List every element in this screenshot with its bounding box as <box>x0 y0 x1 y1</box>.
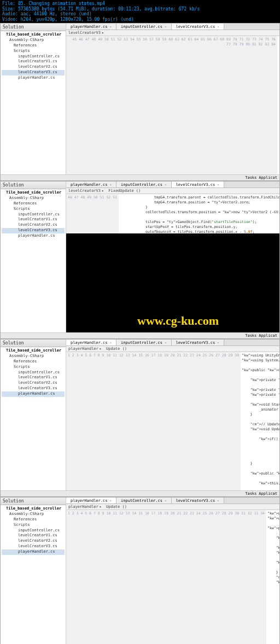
close-icon[interactable]: × <box>109 341 112 344</box>
tab[interactable]: inputController.cs× <box>116 339 171 346</box>
tree-file[interactable]: levelCreatorV1.cs <box>2 375 65 380</box>
breadcrumb[interactable]: levelCreatorV3 ▸ <box>66 30 279 36</box>
tree-project[interactable]: Assembly-CSharp <box>2 196 65 201</box>
tasks-label[interactable]: Tasks <box>245 333 256 338</box>
tree-references[interactable]: References <box>2 201 65 207</box>
code-editor[interactable]: 1 2 3 4 5 6 7 8 9 10 11 12 13 14 15 16 1… <box>66 510 279 644</box>
editor-tabs: playerHandler.cs× inputController.cs× le… <box>66 497 279 504</box>
tab[interactable]: levelCreatorV3.cs× <box>172 339 224 346</box>
tab[interactable]: inputController.cs× <box>116 182 171 188</box>
code-lines[interactable]: tmpG4.transform.parent = collectedTiles.… <box>119 194 279 233</box>
tree-project[interactable]: Assembly-CSharp <box>2 38 65 43</box>
code-editor[interactable]: 45 46 47 48 49 50 51 52 53 54 55 56 57 5… <box>66 36 279 180</box>
app-label[interactable]: Applicat <box>259 175 277 180</box>
tab-active[interactable]: levelCreatorV3.cs× <box>172 24 224 30</box>
editor-area: playerHandler.cs× inputController.cs× le… <box>66 182 279 338</box>
close-icon[interactable]: × <box>109 183 112 186</box>
breadcrumb[interactable]: playerHandler ▸ Update () <box>66 346 279 352</box>
sidebar-title: Solution <box>1 24 66 31</box>
code-editor[interactable]: 1 2 3 4 5 6 7 8 9 10 11 12 13 14 15 16 1… <box>66 352 279 496</box>
tree-references[interactable]: References <box>2 517 65 523</box>
tree-file[interactable]: playerHandler.cs <box>2 75 65 81</box>
tree-file[interactable]: inputController.cs <box>2 528 65 534</box>
solution-tree[interactable]: Tile_based_side_scroller Assembly-CSharp… <box>1 347 66 397</box>
tree-references[interactable]: References <box>2 359 65 365</box>
tree-file[interactable]: inputController.cs <box>2 212 65 218</box>
tree-scripts[interactable]: Scripts <box>2 365 65 370</box>
tree-file[interactable]: levelCreatorV2.cs <box>2 65 65 70</box>
tree-file[interactable]: levelCreatorV2.cs <box>2 538 65 544</box>
tree-file[interactable]: levelCreatorV3.cs <box>2 386 65 391</box>
close-icon[interactable]: × <box>165 25 167 28</box>
tree-project[interactable]: Assembly-CSharp <box>2 512 65 517</box>
code-editor[interactable]: 46 47 48 49 50 51 52 53 tmpG4.transform.… <box>66 194 279 233</box>
app-label[interactable]: Applicat <box>259 333 277 338</box>
close-icon[interactable]: × <box>109 25 112 28</box>
tree-file[interactable]: levelCreatorV3.cs <box>2 544 65 549</box>
close-icon[interactable]: × <box>165 499 167 502</box>
breadcrumb[interactable]: playerHandler ▸ Update () <box>66 504 279 510</box>
editor-tabs: playerHandler.cs× inputController.cs× le… <box>66 182 279 188</box>
breadcrumb[interactable]: levelCreatorV3 ▸ FixedUpdate () <box>66 188 279 194</box>
tree-file-selected[interactable]: playerHandler.cs <box>2 391 65 397</box>
tab[interactable]: playerHandler.cs× <box>66 182 116 188</box>
tree-file-selected[interactable]: levelCreatorV3.cs <box>2 70 65 75</box>
code-lines[interactable]: "kw">using UnityEngine; "kw">using Syste… <box>241 352 279 496</box>
tree-file[interactable]: levelCreatorV2.cs <box>2 223 65 228</box>
close-icon[interactable]: × <box>217 183 219 186</box>
tree-file[interactable]: inputController.cs <box>2 54 65 60</box>
tree-file[interactable]: levelCreatorV2.cs <box>2 380 65 386</box>
close-icon[interactable]: × <box>165 183 167 186</box>
tab-active[interactable]: playerHandler.cs× <box>66 339 116 346</box>
tree-root[interactable]: Tile_based_side_scroller <box>2 32 65 38</box>
code-lines[interactable]: "kw">using UnityEngine; "kw">using Syste… <box>266 510 279 644</box>
close-icon[interactable]: × <box>217 25 219 28</box>
runtime-view[interactable] <box>66 233 279 338</box>
ide-pane-2: www.cg-ku.com Solution Tile_based_side_s… <box>0 181 280 339</box>
tab-active[interactable]: levelCreatorV3.cs× <box>172 182 224 188</box>
tree-file[interactable]: levelCreatorV1.cs <box>2 533 65 538</box>
tree-file[interactable]: levelCreatorV1.cs <box>2 59 65 65</box>
sidebar-title: Solution <box>1 339 66 347</box>
editor-tabs: playerHandler.cs× inputController.cs× le… <box>66 24 279 30</box>
crumb-method: Update () <box>106 505 127 509</box>
solution-sidebar: Solution Tile_based_side_scroller Assemb… <box>1 339 66 496</box>
tasks-label[interactable]: Tasks <box>245 491 256 496</box>
line-gutter: 1 2 3 4 5 6 7 8 9 10 11 12 13 14 15 16 1… <box>66 510 266 644</box>
crumb-class: playerHandler ▸ <box>68 505 102 509</box>
tree-file-selected[interactable]: playerHandler.cs <box>2 549 65 555</box>
close-icon[interactable]: × <box>217 341 219 344</box>
tree-file[interactable]: levelCreatorV1.cs <box>2 217 65 223</box>
solution-tree[interactable]: Tile_based_side_scroller Assembly-CSharp… <box>1 505 66 555</box>
crumb-class: levelCreatorV3 ▸ <box>68 31 104 35</box>
tree-scripts[interactable]: Scripts <box>2 49 65 54</box>
close-icon[interactable]: × <box>109 499 112 502</box>
solution-tree[interactable]: Tile_based_side_scroller Assembly-CSharp… <box>1 189 66 239</box>
app-label[interactable]: Applicat <box>259 491 277 496</box>
tab[interactable]: inputController.cs× <box>116 497 171 504</box>
ide-pane-3: Solution Tile_based_side_scroller Assemb… <box>0 339 280 497</box>
video-metadata: File: 05. Changing animation states.mp4 … <box>0 0 280 23</box>
tree-file[interactable]: playerHandler.cs <box>2 233 65 239</box>
close-icon[interactable]: × <box>217 499 219 502</box>
tree-root[interactable]: Tile_based_side_scroller <box>2 348 65 354</box>
editor-area: playerHandler.cs× inputController.cs× le… <box>66 339 279 496</box>
line-gutter: 45 46 47 48 49 50 51 52 53 54 55 56 57 5… <box>66 36 277 180</box>
tree-root[interactable]: Tile_based_side_scroller <box>2 506 65 512</box>
tree-scripts[interactable]: Scripts <box>2 207 65 212</box>
ide-pane-4: Solution Tile_based_side_scroller Assemb… <box>0 497 280 644</box>
tree-references[interactable]: References <box>2 43 65 49</box>
tree-file[interactable]: inputController.cs <box>2 370 65 376</box>
code-lines[interactable]: "ty">GameObject tmpG4 = Instantiate("ty"… <box>277 36 279 180</box>
tab[interactable]: playerHandler.cs× <box>66 24 116 30</box>
tab[interactable]: levelCreatorV3.cs× <box>172 497 224 504</box>
tree-scripts[interactable]: Scripts <box>2 523 65 528</box>
tab[interactable]: inputController.cs× <box>116 24 171 30</box>
tree-project[interactable]: Assembly-CSharp <box>2 354 65 359</box>
tab-active[interactable]: playerHandler.cs× <box>66 497 116 504</box>
tree-root[interactable]: Tile_based_side_scroller <box>2 190 65 196</box>
tasks-label[interactable]: Tasks <box>245 175 256 180</box>
close-icon[interactable]: × <box>165 341 167 344</box>
tree-file-selected[interactable]: levelCreatorV3.cs <box>2 228 65 233</box>
solution-tree[interactable]: Tile_based_side_scroller Assembly-CSharp… <box>1 31 66 81</box>
